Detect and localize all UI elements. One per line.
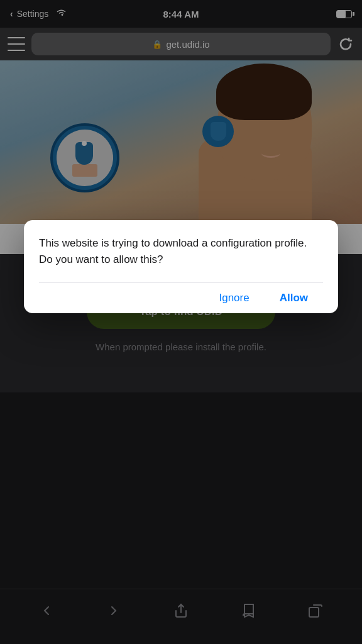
dialog-buttons: Ignore Allow	[39, 282, 323, 313]
permission-dialog: This website is trying to download a con…	[24, 220, 338, 313]
dialog-message: This website is trying to download a con…	[39, 235, 323, 267]
ignore-button[interactable]: Ignore	[204, 283, 264, 313]
allow-button[interactable]: Allow	[265, 283, 323, 313]
dialog-overlay: This website is trying to download a con…	[0, 0, 362, 644]
